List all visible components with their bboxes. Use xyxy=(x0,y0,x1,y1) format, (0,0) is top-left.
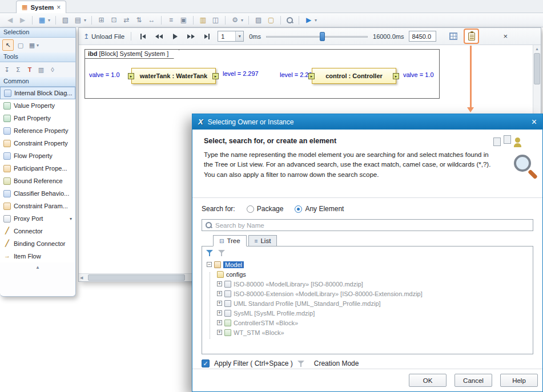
diagrams-caret-icon[interactable]: ▾ xyxy=(48,18,50,23)
collapse-icon[interactable]: − xyxy=(207,262,212,267)
marquee-select-icon[interactable]: ▢ xyxy=(16,42,25,49)
tree-item-controllerstm[interactable]: + ControllerSTM «Block» xyxy=(202,318,533,328)
diagrams-icon[interactable]: ▦ xyxy=(38,17,46,23)
apply-filter-checkbox[interactable]: ✓ xyxy=(202,359,210,367)
grid-icon[interactable]: ⊡ xyxy=(110,17,118,23)
settings-caret-icon[interactable]: ▾ xyxy=(241,18,243,23)
palette-item-bound-reference[interactable]: Bound Reference xyxy=(0,175,75,187)
palette-item-proxy-port[interactable]: Proxy Port ▾ xyxy=(0,212,75,225)
swimlane-tool-icon[interactable]: Σ xyxy=(14,66,23,73)
settings-gear-icon[interactable]: ⚙ xyxy=(231,17,239,23)
watertank-left-port[interactable]: ▸ xyxy=(128,73,134,79)
controller-left-port[interactable]: ▸ xyxy=(308,73,315,79)
tab-close-icon[interactable]: × xyxy=(57,4,61,11)
radio-any-element[interactable]: Any Element xyxy=(295,205,344,213)
layout-icon[interactable]: ⊞ xyxy=(97,17,106,23)
help-button[interactable]: Help xyxy=(500,374,538,387)
containment-icon[interactable]: ▧ xyxy=(61,17,70,23)
expand-icon[interactable]: + xyxy=(217,320,222,325)
radio-any-element-icon[interactable] xyxy=(295,205,302,213)
clear-filter-icon[interactable] xyxy=(218,249,226,257)
expand-icon[interactable]: + xyxy=(217,281,222,286)
tree-item-iso-80000[interactable]: + ISO-80000 «ModelLibrary» [ISO-80000.md… xyxy=(202,279,533,289)
playback-fast-forward-button[interactable] xyxy=(186,31,196,41)
align-vertical-icon[interactable]: ⇅ xyxy=(135,17,143,23)
watertank-part[interactable]: waterTank : WaterTank xyxy=(131,68,216,84)
select-element-button-highlighted[interactable] xyxy=(464,29,479,44)
horizontal-scroll-thumb[interactable] xyxy=(88,274,185,281)
unload-file-button[interactable]: ↥ Unload File xyxy=(83,33,124,41)
tree-item-iso-80000-extension[interactable]: + ISO-80000-Extension «ModelLibrary» [IS… xyxy=(202,289,533,298)
tree-item-uml-standard-profile[interactable]: + UML Standard Profile [UML_Standard_Pro… xyxy=(202,298,533,308)
apply-filter-icon[interactable] xyxy=(206,249,214,257)
distribute-icon[interactable]: ↔ xyxy=(147,17,156,23)
tree-item-model[interactable]: − Model xyxy=(202,260,533,269)
trigger-select-caret-icon[interactable]: ▾ xyxy=(235,31,243,41)
text-tool-icon[interactable]: T xyxy=(25,66,34,73)
palette-item-binding-connector[interactable]: ╱ Binding Connector xyxy=(0,237,75,250)
selection-header[interactable]: Selection xyxy=(0,28,75,38)
controller-right-port[interactable]: ▸ xyxy=(393,73,399,79)
radio-package[interactable]: Package xyxy=(247,205,284,213)
expand-icon[interactable]: + xyxy=(217,301,222,306)
run-caret-icon[interactable]: ▾ xyxy=(315,18,317,23)
structure-icon[interactable]: ▤ xyxy=(74,17,82,23)
paste-icon[interactable]: ▥ xyxy=(199,17,207,23)
sticky-tool-icon[interactable]: ↧ xyxy=(2,66,11,74)
simulation-close-icon[interactable]: × xyxy=(503,32,508,41)
palette-item-connector[interactable]: ╱ Connector xyxy=(0,225,75,237)
expand-icon[interactable]: + xyxy=(217,291,222,296)
palette-scroll-up-icon[interactable]: ▲ xyxy=(0,262,75,272)
element-search-input[interactable] xyxy=(215,222,530,229)
scroll-up-icon[interactable]: ▲ xyxy=(533,47,541,51)
palette-item-reference-property[interactable]: Reference Property xyxy=(0,124,75,137)
palette-item-constraint-parameter[interactable]: Constraint Param... xyxy=(0,200,75,212)
palette-item-item-flow[interactable]: → Item Flow xyxy=(0,250,75,262)
group-select-icon[interactable]: ▦ xyxy=(27,42,37,49)
align-horizontal-icon[interactable]: ⇄ xyxy=(122,17,131,23)
controller-part[interactable]: control : Controller xyxy=(312,68,396,84)
forward-icon[interactable]: ▶ xyxy=(18,17,27,23)
palette-item-internal-block-diagram[interactable]: Internal Block Diag... xyxy=(0,87,75,99)
time-value-input[interactable] xyxy=(409,31,436,42)
shape-tool-icon[interactable]: ◊ xyxy=(48,66,57,73)
palette-item-flow-property[interactable]: Flow Property xyxy=(0,149,75,162)
slider-thumb[interactable] xyxy=(320,32,325,41)
run-simulation-icon[interactable]: ▶ xyxy=(304,17,313,23)
tree-item-wt-stm[interactable]: + WT_STM «Block» xyxy=(202,328,533,337)
palette-item-classifier-behavior[interactable]: Classifier Behavio... xyxy=(0,187,75,200)
select-cursor-tool[interactable]: ↖ xyxy=(2,39,14,51)
vertical-scroll-thumb[interactable] xyxy=(534,53,540,84)
ok-button[interactable]: OK xyxy=(409,374,447,387)
playback-first-button[interactable] xyxy=(138,31,148,41)
list-view-icon[interactable]: ≡ xyxy=(167,17,175,23)
validate-icon[interactable]: ▨ xyxy=(254,17,263,23)
trigger-select[interactable]: 1 ▾ xyxy=(218,31,244,42)
timing-grid-icon[interactable] xyxy=(449,33,457,40)
structure-caret-icon[interactable]: ▾ xyxy=(84,18,86,23)
scroll-left-icon[interactable]: ◀ xyxy=(80,276,83,280)
note-icon[interactable]: ▢ xyxy=(267,17,275,23)
table-tool-icon[interactable]: ▥ xyxy=(37,66,46,74)
tree-item-sysml[interactable]: + SysML [SysML Profile.mdzip] xyxy=(202,308,533,318)
tab-system[interactable]: ▦ System × xyxy=(16,1,66,13)
time-slider[interactable] xyxy=(266,31,368,42)
expand-icon[interactable]: + xyxy=(217,330,222,335)
back-icon[interactable]: ◀ xyxy=(6,17,14,23)
common-header[interactable]: Common xyxy=(0,77,75,87)
expand-icon[interactable]: + xyxy=(217,310,222,316)
playback-rewind-button[interactable] xyxy=(154,31,164,41)
search-icon[interactable] xyxy=(286,17,293,24)
proxy-port-caret-icon[interactable]: ▾ xyxy=(70,216,73,221)
filter-funnel-icon[interactable] xyxy=(297,360,305,367)
dialog-close-icon[interactable]: × xyxy=(532,118,537,127)
cancel-button[interactable]: Cancel xyxy=(454,374,492,387)
tree-item-configs[interactable]: configs xyxy=(202,269,533,279)
clone-icon[interactable]: ◫ xyxy=(211,17,220,23)
dialog-title-bar[interactable]: X Selecting Owner or Instance × xyxy=(192,114,542,130)
palette-item-part-property[interactable]: Part Property xyxy=(0,112,75,124)
copy-icon[interactable]: ▣ xyxy=(179,17,188,23)
tab-list[interactable]: ≡ List xyxy=(248,235,277,246)
tools-header[interactable]: Tools xyxy=(0,52,75,62)
playback-last-button[interactable] xyxy=(202,31,212,41)
